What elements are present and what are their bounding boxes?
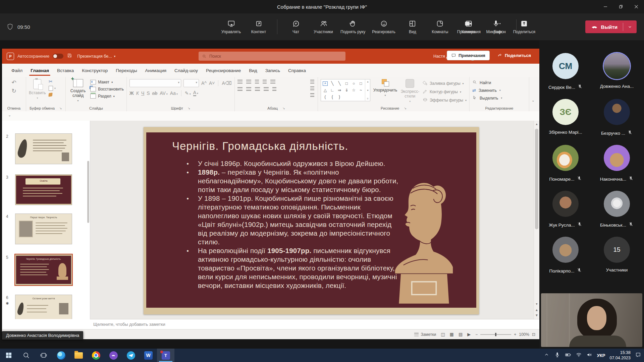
bold-icon[interactable]: Ж [129, 91, 134, 96]
toolbar-content[interactable]: Контент [246, 15, 271, 39]
minimize-icon[interactable] [598, 0, 613, 13]
slide-bullets[interactable]: У січні 1896р. Коцюбинський одружився з … [184, 159, 401, 290]
dialog-launcher-icon[interactable]: ↘ [188, 107, 191, 110]
toolbar-react[interactable]: Реагировать [370, 15, 397, 39]
slide-title[interactable]: Чернігів. Громадська діяльність. [172, 140, 348, 153]
font-size-select[interactable] [183, 79, 199, 87]
leave-button[interactable]: Выйти [585, 20, 637, 33]
align-right-icon[interactable] [255, 87, 260, 91]
close-icon[interactable] [629, 0, 644, 13]
reset-button[interactable]: Восстановить [90, 87, 124, 92]
cut-icon[interactable]: ✂ [49, 79, 53, 84]
participant-tile[interactable]: Біньковськ... [592, 188, 642, 234]
text-box-icon[interactable]: А [323, 81, 328, 86]
tab-5[interactable]: Анимация [141, 64, 170, 77]
replace-button[interactable]: ⇄Заменить▾ [472, 88, 501, 93]
tab-6[interactable]: Слайд-шоу [170, 64, 202, 77]
shape-icon[interactable]: ∟ [330, 88, 334, 92]
smartart-icon[interactable] [310, 93, 314, 97]
shape-icon[interactable]: △ [324, 88, 327, 92]
zoom-level[interactable]: 100% [519, 332, 529, 337]
select-button[interactable]: Выделить▾ [472, 95, 502, 101]
clear-formatting-icon[interactable]: А⌫ [222, 81, 231, 85]
undo-icon[interactable]: ↶ [11, 80, 16, 85]
slide-thumbnail[interactable]: Освіта [15, 174, 72, 205]
slideshow-icon[interactable]: ▶ [467, 332, 471, 337]
slide-editing-area[interactable]: Чернігів. Громадська діяльність. У січні… [90, 121, 534, 319]
teams-icon[interactable]: T [157, 349, 174, 362]
text-direction-icon[interactable] [310, 80, 314, 84]
text-shadow-icon[interactable]: S [147, 91, 150, 96]
zoom-in-icon[interactable]: + [514, 332, 516, 337]
strikethrough-icon[interactable]: ab [152, 91, 158, 96]
restore-icon[interactable] [613, 0, 629, 13]
task-view-icon[interactable] [35, 349, 52, 362]
slide-sorter-icon[interactable]: ▦ [450, 332, 454, 337]
italic-icon[interactable]: К [136, 91, 139, 96]
decrease-indent-icon[interactable] [255, 80, 259, 84]
fit-slide-icon[interactable]: ⊡ [532, 332, 535, 337]
align-left-icon[interactable] [237, 87, 243, 91]
clock[interactable]: 15:38 07.04.2023 [609, 350, 631, 361]
tray-chevron-up-icon[interactable] [543, 352, 550, 359]
ppt-share-button[interactable]: Поделиться [493, 51, 535, 60]
shapes-gallery[interactable]: А╲╲□○□△∟⇒⇓☆~({} ▴▾≡ [321, 79, 370, 101]
scrollbar-thumb[interactable] [535, 129, 538, 229]
toolbar-chat[interactable]: Чат [283, 15, 308, 39]
toolbar-raise-hand[interactable]: Поднять руку [338, 15, 367, 39]
start-icon[interactable] [0, 349, 17, 362]
chevron-down-icon[interactable]: ⌄ [8, 113, 11, 117]
slide-thumbnail[interactable]: Перші твори. Творчість [15, 214, 72, 244]
shape-outline-button[interactable]: Контур фигуры▾ [423, 89, 461, 95]
participant-tile[interactable]: ЗЄЗбіренко Марі... [540, 96, 591, 142]
thumbnail-panel[interactable]: 23Освіта4Перші твори. Творчість5Чернігів… [2, 121, 90, 319]
save-icon[interactable] [67, 53, 72, 60]
copy-icon[interactable]: ▾ [49, 86, 56, 91]
tab-9[interactable]: Запись [261, 64, 284, 77]
viber-icon[interactable] [105, 349, 122, 362]
shrink-font-icon[interactable]: А˅ [209, 81, 215, 85]
notes-pane[interactable]: Щелкните, чтобы добавить заметки [90, 319, 539, 329]
highlight-icon[interactable]: ✎▾ [185, 91, 191, 96]
paste-button[interactable]: Вставить ▾ [29, 79, 46, 100]
bullets-icon[interactable] [237, 80, 243, 84]
section-button[interactable]: Раздел▾ [90, 94, 115, 99]
comments-button[interactable]: Примечания [447, 51, 490, 60]
shape-icon[interactable]: □ [360, 81, 362, 85]
participant-tile[interactable]: Довженко Ана... [592, 50, 642, 96]
word-icon[interactable]: W [140, 349, 157, 362]
toolbar-manage[interactable]: Управлять [219, 15, 244, 39]
notes-toggle[interactable]: Заметки [414, 332, 436, 337]
participant-tile[interactable]: Наконечна... [592, 142, 642, 188]
toolbar-participants[interactable]: Участники [311, 15, 336, 39]
tab-3[interactable]: Конструктор [78, 64, 112, 77]
increase-indent-icon[interactable] [263, 80, 267, 84]
participant-tile[interactable]: Жук Русла... [540, 188, 591, 234]
document-name[interactable]: Презентация бе... ▾ [77, 54, 115, 59]
quick-styles-button[interactable]: Экспресс-стили ▾ [400, 79, 420, 103]
justify-icon[interactable] [264, 87, 269, 91]
format-painter-icon[interactable] [49, 93, 52, 97]
tab-8[interactable]: Вид [245, 64, 261, 77]
arrange-button[interactable]: Упорядочить ▾ [373, 79, 397, 97]
language-indicator[interactable]: УКР [597, 353, 605, 358]
action-center-icon[interactable] [635, 352, 641, 359]
shape-icon[interactable]: ⇒ [338, 88, 341, 92]
shape-icon[interactable]: ( [325, 95, 326, 99]
slide-scrollbar[interactable]: ▴ ▾ ▲ ▼ [534, 121, 539, 319]
collapse-ribbon-icon[interactable]: ⌄ [532, 98, 535, 103]
new-slide-button[interactable]: Создать слайд ▾ [68, 79, 88, 102]
toolbar-rooms[interactable]: Комнаты [428, 15, 452, 39]
previous-slide-icon[interactable]: ▲ [534, 308, 539, 312]
grow-font-icon[interactable]: А^ [201, 81, 207, 85]
participant-tile[interactable]: Безручко ... [592, 96, 642, 142]
shape-icon[interactable]: ☆ [352, 88, 356, 92]
tab-7[interactable]: Рецензирование [202, 64, 245, 77]
slide-thumbnail[interactable] [15, 133, 72, 164]
underline-icon[interactable]: Ч [141, 91, 144, 96]
tray-wifi-icon[interactable] [576, 352, 582, 359]
slide-canvas[interactable]: Чернігів. Громадська діяльність. У січні… [144, 127, 479, 314]
shape-icon[interactable]: { [332, 95, 333, 99]
search-input[interactable]: Поиск [199, 52, 345, 61]
align-center-icon[interactable] [246, 87, 251, 91]
